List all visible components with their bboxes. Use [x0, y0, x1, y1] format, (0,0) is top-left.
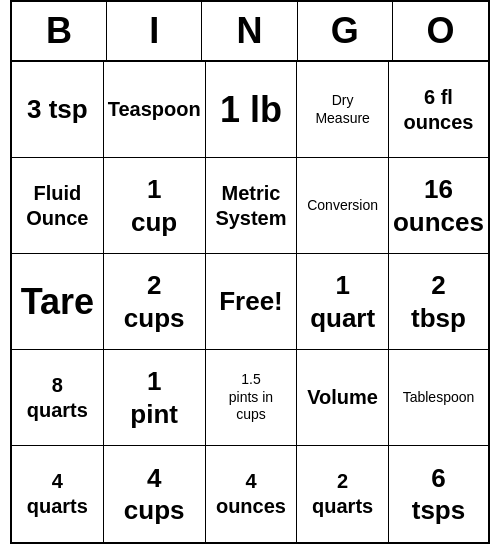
cell-text-8: Conversion [307, 197, 378, 215]
cell-text-14: 2 tbsp [411, 269, 466, 334]
bingo-cell-13: 1 quart [297, 254, 389, 350]
bingo-cell-3: Dry Measure [297, 62, 389, 158]
bingo-cell-17: 1.5 pints in cups [206, 350, 298, 446]
cell-text-10: Tare [21, 279, 94, 324]
cell-text-20: 4 quarts [27, 469, 88, 519]
header-letter-N: N [202, 2, 297, 60]
header-letter-G: G [298, 2, 393, 60]
bingo-card: BINGO 3 tspTeaspoon1 lbDry Measure6 fl o… [10, 0, 490, 544]
bingo-cell-2: 1 lb [206, 62, 298, 158]
bingo-cell-22: 4 ounces [206, 446, 298, 542]
bingo-cell-15: 8 quarts [12, 350, 104, 446]
bingo-cell-16: 1 pint [104, 350, 206, 446]
cell-text-24: 6 tsps [412, 462, 465, 527]
cell-text-3: Dry Measure [315, 92, 369, 127]
bingo-grid: 3 tspTeaspoon1 lbDry Measure6 fl ouncesF… [12, 62, 488, 542]
cell-text-2: 1 lb [220, 87, 282, 132]
bingo-cell-19: Tablespoon [389, 350, 488, 446]
bingo-cell-7: Metric System [206, 158, 298, 254]
cell-text-16: 1 pint [130, 365, 178, 430]
bingo-header: BINGO [12, 2, 488, 62]
cell-text-17: 1.5 pints in cups [229, 371, 273, 424]
cell-text-4: 6 fl ounces [403, 85, 473, 135]
bingo-cell-1: Teaspoon [104, 62, 206, 158]
cell-text-21: 4 cups [124, 462, 185, 527]
cell-text-5: Fluid Ounce [26, 181, 88, 231]
bingo-cell-24: 6 tsps [389, 446, 488, 542]
bingo-cell-21: 4 cups [104, 446, 206, 542]
cell-text-13: 1 quart [310, 269, 375, 334]
bingo-cell-10: Tare [12, 254, 104, 350]
cell-text-7: Metric System [215, 181, 286, 231]
bingo-cell-8: Conversion [297, 158, 389, 254]
bingo-cell-18: Volume [297, 350, 389, 446]
bingo-cell-14: 2 tbsp [389, 254, 488, 350]
cell-text-18: Volume [307, 385, 378, 410]
bingo-cell-9: 16 ounces [389, 158, 488, 254]
cell-text-6: 1 cup [131, 173, 177, 238]
cell-text-22: 4 ounces [216, 469, 286, 519]
header-letter-I: I [107, 2, 202, 60]
bingo-cell-4: 6 fl ounces [389, 62, 488, 158]
cell-text-9: 16 ounces [393, 173, 484, 238]
cell-text-0: 3 tsp [27, 93, 88, 126]
cell-text-15: 8 quarts [27, 373, 88, 423]
bingo-cell-5: Fluid Ounce [12, 158, 104, 254]
header-letter-O: O [393, 2, 488, 60]
cell-text-23: 2 quarts [312, 469, 373, 519]
header-letter-B: B [12, 2, 107, 60]
cell-text-1: Teaspoon [108, 97, 201, 122]
cell-text-12: Free! [219, 285, 283, 318]
bingo-cell-23: 2 quarts [297, 446, 389, 542]
cell-text-19: Tablespoon [403, 389, 475, 407]
cell-text-11: 2 cups [124, 269, 185, 334]
bingo-cell-12: Free! [206, 254, 298, 350]
bingo-cell-11: 2 cups [104, 254, 206, 350]
bingo-cell-20: 4 quarts [12, 446, 104, 542]
bingo-cell-6: 1 cup [104, 158, 206, 254]
bingo-cell-0: 3 tsp [12, 62, 104, 158]
